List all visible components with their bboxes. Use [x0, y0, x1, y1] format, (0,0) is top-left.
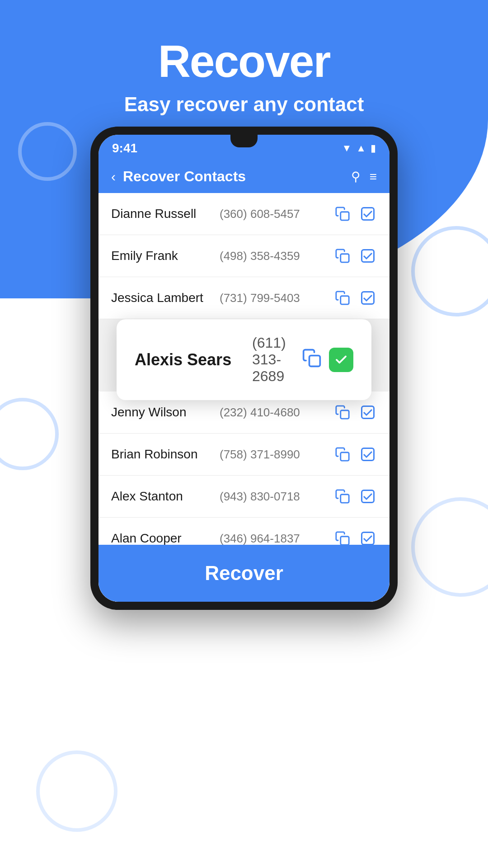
signal-icon: ▲ — [356, 142, 366, 154]
battery-icon: ▮ — [371, 142, 376, 154]
contact-phone-6: (346) 964-1837 — [220, 532, 333, 546]
header-section: Recover Easy recover any contact — [0, 0, 488, 116]
status-icons: ▼ ▲ ▮ — [342, 142, 376, 154]
copy-icon-5[interactable] — [333, 487, 352, 505]
svg-rect-4 — [341, 296, 349, 304]
contact-name-1: Emily Frank — [111, 249, 220, 263]
contact-name-0: Dianne Russell — [111, 207, 220, 221]
checkbox-3[interactable] — [359, 403, 377, 421]
copy-icon-3[interactable] — [333, 403, 352, 421]
svg-rect-7 — [341, 410, 349, 419]
highlighted-contact-name: Alexis Sears — [135, 350, 252, 369]
deco-circle-2 — [411, 226, 488, 316]
checkbox-5[interactable] — [359, 487, 377, 505]
notch — [230, 135, 258, 147]
contact-name-6: Alan Cooper — [111, 531, 220, 546]
contact-list-top: Dianne Russell (360) 608-5457 — [99, 193, 389, 319]
copy-icon-2[interactable] — [333, 289, 352, 307]
phone-screen: 9:41 ▼ ▲ ▮ ‹ Recover Contacts ⚲ ≡ — [99, 135, 389, 602]
back-button[interactable]: ‹ — [111, 169, 116, 184]
svg-rect-13 — [341, 537, 349, 545]
contact-name-5: Alex Stanton — [111, 489, 220, 504]
contact-actions-5 — [333, 487, 377, 505]
copy-icon-1[interactable] — [333, 247, 352, 265]
deco-circle-4 — [411, 497, 488, 597]
phone-mockup: 9:41 ▼ ▲ ▮ ‹ Recover Contacts ⚲ ≡ — [90, 127, 398, 610]
contact-phone-1: (498) 358-4359 — [220, 249, 333, 263]
copy-icon-0[interactable] — [333, 205, 352, 223]
contact-phone-5: (943) 830-0718 — [220, 490, 333, 504]
contact-row-5[interactable]: Alex Stanton (943) 830-0718 — [99, 476, 389, 518]
contact-row-1[interactable]: Emily Frank (498) 358-4359 — [99, 235, 389, 277]
svg-rect-14 — [362, 533, 374, 545]
contact-actions-1 — [333, 247, 377, 265]
contact-phone-4: (758) 371-8990 — [220, 448, 333, 462]
highlighted-contact-card[interactable]: Alexis Sears (611) 313-2689 — [117, 319, 371, 400]
contact-actions-3 — [333, 403, 377, 421]
svg-rect-10 — [362, 448, 374, 461]
checkbox-4[interactable] — [359, 445, 377, 463]
highlighted-checkbox[interactable] — [329, 348, 353, 372]
svg-rect-2 — [341, 254, 349, 262]
status-bar: 9:41 ▼ ▲ ▮ — [99, 135, 389, 160]
contact-actions-4 — [333, 445, 377, 463]
phone-frame: 9:41 ▼ ▲ ▮ ‹ Recover Contacts ⚲ ≡ — [90, 127, 398, 610]
contact-actions-2 — [333, 289, 377, 307]
svg-rect-5 — [362, 292, 374, 304]
app-bar-actions: ⚲ ≡ — [351, 169, 377, 184]
checkbox-1[interactable] — [359, 247, 377, 265]
highlighted-copy-icon[interactable] — [302, 348, 322, 372]
highlighted-row-wrapper: Alexis Sears (611) 313-2689 — [99, 319, 389, 392]
contact-name-2: Jessica Lambert — [111, 291, 220, 305]
svg-rect-9 — [341, 453, 349, 461]
wifi-icon: ▼ — [342, 142, 352, 154]
contact-phone-2: (731) 799-5403 — [220, 291, 333, 305]
svg-rect-0 — [341, 212, 349, 220]
page-title: Recover — [0, 36, 488, 86]
checkbox-0[interactable] — [359, 205, 377, 223]
search-icon[interactable]: ⚲ — [351, 169, 361, 184]
status-time: 9:41 — [112, 141, 137, 156]
contact-name-4: Brian Robinson — [111, 447, 220, 462]
deco-circle-3 — [0, 398, 59, 470]
deco-circle-5 — [36, 750, 117, 832]
svg-rect-11 — [341, 495, 349, 503]
filter-icon[interactable]: ≡ — [370, 170, 377, 184]
app-bar: ‹ Recover Contacts ⚲ ≡ — [99, 160, 389, 193]
contact-phone-0: (360) 608-5457 — [220, 207, 333, 221]
svg-rect-8 — [362, 406, 374, 419]
contact-row-4[interactable]: Brian Robinson (758) 371-8990 — [99, 434, 389, 476]
app-bar-title: Recover Contacts — [123, 168, 344, 185]
contact-row-2[interactable]: Jessica Lambert (731) 799-5403 — [99, 277, 389, 319]
contact-actions-0 — [333, 205, 377, 223]
recover-button[interactable]: Recover — [99, 545, 389, 602]
contact-name-3: Jenny Wilson — [111, 405, 220, 420]
contact-phone-3: (232) 410-4680 — [220, 406, 333, 420]
copy-icon-4[interactable] — [333, 445, 352, 463]
svg-rect-1 — [362, 208, 374, 220]
checkbox-2[interactable] — [359, 289, 377, 307]
svg-rect-12 — [362, 491, 374, 503]
deco-circle-1 — [18, 122, 77, 181]
svg-rect-3 — [362, 250, 374, 262]
contact-row-0[interactable]: Dianne Russell (360) 608-5457 — [99, 193, 389, 235]
svg-rect-6 — [310, 355, 320, 366]
page-subtitle: Easy recover any contact — [0, 93, 488, 116]
highlighted-contact-phone: (611) 313-2689 — [252, 335, 302, 385]
